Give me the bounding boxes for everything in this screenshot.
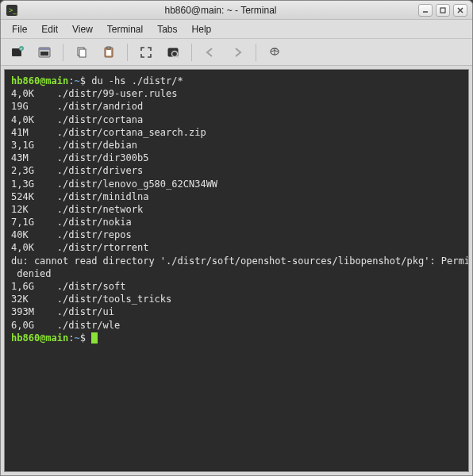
svg-text:+: + <box>20 46 22 51</box>
new-window-button[interactable] <box>33 42 56 63</box>
output-line: 7,1G ./distr/nokia <box>11 216 462 228</box>
output-line: 4,0K ./distr/rtorrent <box>11 241 462 254</box>
minimize-button[interactable] <box>418 4 433 17</box>
output-line: 4,0K ./distr/99-user.rules <box>11 87 462 100</box>
output-line: 1,3G ./distr/lenovo_g580_62CN34WW <box>11 178 462 190</box>
command-text: du -hs ./distr/* <box>91 75 183 86</box>
toolbar-separator <box>191 44 192 61</box>
error-line: du: cannot read directory './distr/soft/… <box>11 255 462 267</box>
svg-rect-14 <box>79 49 86 57</box>
output-line: 43M ./distr/dir300b5 <box>11 152 462 164</box>
window-controls <box>418 4 467 17</box>
output-line: 41M ./distr/cortana_search.zip <box>11 126 462 139</box>
titlebar[interactable]: >_ hb860@main: ~ - Terminal <box>1 1 472 20</box>
toolbar-separator <box>127 44 128 61</box>
menu-terminal[interactable]: Terminal <box>101 22 149 36</box>
output-line: 4,0K ./distr/cortana <box>11 113 462 126</box>
output-line: 2,3G ./distr/drivers <box>11 164 462 177</box>
output-line: 3,1G ./distr/debian <box>11 139 462 152</box>
output-line: 32K ./distr/tools_tricks <box>11 293 462 305</box>
terminal-window: >_ hb860@main: ~ - Terminal File Edit Vi… <box>0 0 473 476</box>
prev-tab-button[interactable] <box>198 42 222 63</box>
output-line: 12K ./distr/network <box>11 203 462 216</box>
output-line: 40K ./distr/repos <box>11 228 462 241</box>
search-button[interactable] <box>263 42 286 63</box>
menu-tabs[interactable]: Tabs <box>151 22 183 36</box>
menubar: File Edit View Terminal Tabs Help <box>1 20 472 39</box>
toolbar-separator <box>63 44 63 61</box>
menu-file[interactable]: File <box>6 22 33 36</box>
svg-text:>_: >_ <box>9 6 17 14</box>
menu-edit[interactable]: Edit <box>35 22 64 36</box>
prompt-line: hb860@main:~$ du -hs ./distr/* <box>11 75 462 87</box>
svg-rect-17 <box>106 50 111 56</box>
toolbar: + <box>1 39 472 66</box>
toolbar-separator <box>256 44 256 61</box>
menu-view[interactable]: View <box>66 22 99 36</box>
output-line: 19G ./distr/andriod <box>11 100 462 113</box>
svg-rect-16 <box>107 47 110 49</box>
svg-rect-12 <box>40 52 48 56</box>
prompt-line: hb860@main:~$ <box>11 332 462 344</box>
svg-line-20 <box>177 56 179 58</box>
svg-rect-11 <box>39 48 50 50</box>
cursor <box>91 332 98 344</box>
output-line: 1,6G ./distr/soft <box>11 280 462 293</box>
close-button[interactable] <box>453 4 467 17</box>
copy-button[interactable] <box>70 42 94 63</box>
terminal-output[interactable]: hb860@main:~$ du -hs ./distr/*4,0K ./dis… <box>4 69 469 472</box>
maximize-button[interactable] <box>436 4 450 17</box>
error-line: denied <box>11 267 462 280</box>
output-line: 393M ./distr/ui <box>11 305 462 318</box>
fullscreen-button[interactable] <box>134 42 158 63</box>
svg-rect-3 <box>440 8 445 13</box>
output-line: 6,0G ./distr/wle <box>11 319 462 332</box>
paste-button[interactable] <box>97 42 121 63</box>
next-tab-button[interactable] <box>225 42 249 63</box>
new-tab-button[interactable]: + <box>6 42 29 63</box>
zoom-button[interactable] <box>161 42 185 63</box>
menu-help[interactable]: Help <box>186 22 218 36</box>
app-icon: >_ <box>6 4 18 17</box>
window-title: hb860@main: ~ - Terminal <box>23 5 418 16</box>
output-line: 524K ./distr/minidlna <box>11 190 462 203</box>
